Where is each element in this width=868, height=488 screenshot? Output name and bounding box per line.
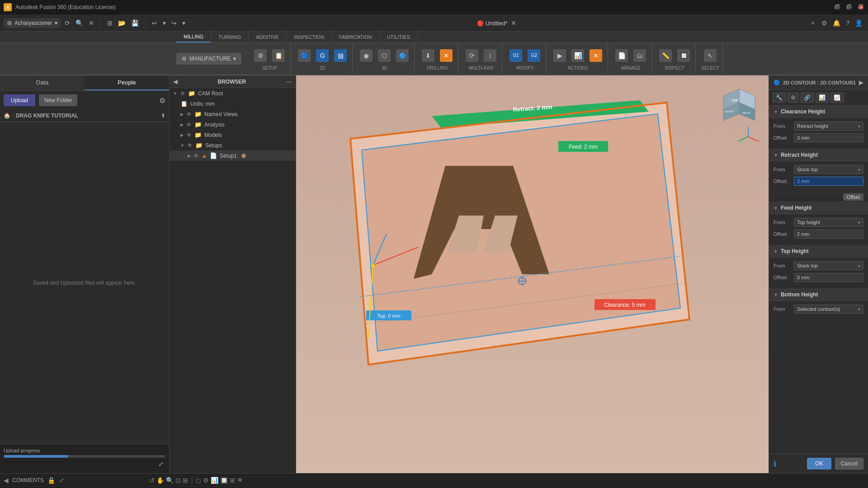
comments-expand-button[interactable]: ⤢ (59, 477, 64, 484)
tab-data[interactable]: Data (0, 75, 85, 90)
select-btn1[interactable]: ↖ (702, 47, 718, 64)
retract-from-dropdown[interactable]: Stock top ▾ (794, 165, 863, 174)
ribbon-tab-utilities[interactable]: UTILITIES (380, 32, 418, 42)
drill-btn2[interactable]: ✕ (438, 47, 454, 64)
section-bottom-height[interactable]: ▼ Bottom Height (769, 289, 868, 301)
browser-named-views[interactable]: ▶ 👁 📁 Named Views (170, 109, 296, 119)
redo-dropdown[interactable]: ▾ (180, 18, 187, 28)
actions-btn2[interactable]: 📊 (570, 47, 586, 64)
ribbon-tab-turning[interactable]: TURNING (211, 32, 249, 42)
account-button[interactable]: 👤 (853, 18, 864, 28)
close-button[interactable]: ✕ (858, 4, 864, 10)
setup2-icon-btn[interactable]: 📋 (270, 47, 287, 64)
ribbon-tab-inspection[interactable]: INSPECTION (287, 32, 332, 42)
browser-collapse-bottom-button[interactable]: ◀ (4, 477, 9, 484)
panel-tool-1[interactable]: 🔧 (773, 93, 786, 103)
browser-expand-button[interactable]: — (286, 78, 292, 85)
3d-btn3[interactable]: 🔷 (394, 47, 410, 64)
pan-button[interactable]: ✋ (156, 477, 164, 484)
home-icon[interactable]: 🏠 (4, 113, 10, 119)
3d-btn2[interactable]: ⬡ (376, 47, 392, 64)
browser-analysis[interactable]: ▶ 👁 📁 Analysis (170, 119, 296, 130)
section-clearance-height[interactable]: ▼ Clearance Height (769, 106, 868, 118)
notification-button[interactable]: 🔔 (831, 18, 842, 28)
viewcube[interactable]: TOP FRONT RIGHT X Y Z (719, 84, 760, 125)
upload-button[interactable]: Upload (4, 94, 35, 106)
section-retract-height[interactable]: ▼ Retract Height (769, 149, 868, 161)
open-button[interactable]: 📂 (116, 18, 127, 28)
ok-button[interactable]: OK (807, 458, 831, 469)
undo-dropdown[interactable]: ▾ (161, 18, 168, 28)
manage-btn1[interactable]: 📄 (613, 47, 630, 64)
actions-btn1[interactable]: ▶ (552, 47, 568, 64)
actions-btn3[interactable]: ✕ (588, 47, 604, 64)
comments-lock-icon[interactable]: 🔒 (47, 477, 55, 484)
close-doc-button[interactable]: ✕ (87, 18, 96, 28)
maximize-button[interactable]: □ (846, 4, 853, 10)
settings-button[interactable]: ⚙ (820, 18, 829, 28)
feed-from-dropdown[interactable]: Top height ▾ (794, 218, 863, 227)
retract-offset-input[interactable]: 2 mm (794, 177, 863, 186)
panel-tool-3[interactable]: 🔗 (801, 93, 814, 103)
2d-btn2[interactable]: G (314, 47, 330, 64)
add-button[interactable]: ＋ (808, 17, 818, 29)
breadcrumb-item[interactable]: DRAG KNIFE TUTORIAL (16, 113, 78, 119)
inspect-btn2[interactable]: 🔲 (675, 47, 692, 64)
close-document-button[interactable]: ✕ (509, 18, 518, 28)
progress-expand-button[interactable]: ⤢ (156, 459, 165, 469)
new-folder-button[interactable]: New Folder (39, 94, 77, 106)
panel-expand-button[interactable]: ▶ (859, 79, 863, 86)
profile-section[interactable]: ⊞ Acharyascomer ▾ (4, 18, 61, 28)
tab-people[interactable]: People (85, 75, 169, 90)
ribbon-tab-additive[interactable]: ADDITIVE (249, 32, 287, 42)
view-toggle-button[interactable]: 👁 (237, 477, 243, 484)
undo-button[interactable]: ↩ (150, 18, 159, 28)
browser-cam-root[interactable]: ▼ 👁 📁 CAM Root (170, 88, 296, 99)
display-settings-button[interactable]: ⚙ (203, 477, 209, 484)
manage-btn2[interactable]: 🗂 (632, 47, 648, 64)
clearance-from-dropdown[interactable]: Retract height ▾ (794, 122, 863, 131)
feed-offset-input[interactable]: 2 mm (794, 230, 863, 239)
settings-gear-button[interactable]: ⚙ (159, 96, 165, 105)
browser-units[interactable]: 📋 Units: mm (170, 99, 296, 109)
3d-btn1[interactable]: ◉ (358, 47, 374, 64)
minimize-button[interactable]: — (835, 4, 841, 10)
clearance-offset-input[interactable]: 3 mm (794, 133, 863, 142)
zoom-window-button[interactable]: ⊞ (183, 477, 188, 484)
viewport[interactable]: Retract: 2 mm Feed: 2 mm (296, 75, 769, 473)
browser-models[interactable]: ▶ 👁 📁 Models (170, 130, 296, 140)
display-mode-button[interactable]: ◻ (196, 477, 201, 484)
breadcrumb-share-icon[interactable]: ⬆ (161, 113, 165, 119)
search-button[interactable]: 🔍 (74, 18, 85, 28)
g1-btn[interactable]: G1 (508, 47, 524, 64)
refresh-button[interactable]: ⟳ (63, 18, 72, 28)
setup-icon-btn[interactable]: ⚙ (252, 47, 269, 64)
browser-collapse-button[interactable]: ◀ (173, 78, 178, 85)
cancel-button[interactable]: Cancel (835, 458, 863, 469)
ribbon-tab-milling[interactable]: MILLING (176, 32, 211, 42)
manufacture-dropdown[interactable]: ⚙ MANUFACTURE ▾ (176, 53, 241, 65)
grid-button[interactable]: ⊞ (105, 18, 114, 28)
2d-btn1[interactable]: 🔵 (296, 47, 312, 64)
multi-btn1[interactable]: ⟳ (464, 47, 480, 64)
save-button[interactable]: 💾 (129, 18, 141, 28)
top-offset-input[interactable]: 0 mm (794, 273, 863, 282)
browser-setup1[interactable]: ▶ 👁 ▲ 📄 Setup1 (170, 150, 296, 161)
multi-btn2[interactable]: ↕ (482, 47, 498, 64)
2d-btn3[interactable]: ▤ (332, 47, 349, 64)
browser-setups[interactable]: ▼ 👁 📁 Setups (170, 140, 296, 150)
orbit-button[interactable]: ↺ (149, 477, 155, 484)
grid-toggle-button[interactable]: ⊞ (230, 477, 235, 484)
snap-button[interactable]: 🔲 (220, 477, 228, 484)
panel-tool-5[interactable]: 📈 (830, 93, 844, 103)
panel-tool-2[interactable]: ⚙ (788, 93, 799, 103)
top-from-dropdown[interactable]: Stock top ▾ (794, 261, 863, 270)
redo-button[interactable]: ↪ (170, 18, 179, 28)
g2-btn[interactable]: G2 (526, 47, 542, 64)
analysis-button[interactable]: 📊 (211, 477, 218, 484)
ribbon-tab-fabrication[interactable]: FABRICATION (332, 32, 380, 42)
panel-tool-4[interactable]: 📊 (816, 93, 829, 103)
info-icon[interactable]: ℹ (774, 460, 776, 468)
zoom-extent-button[interactable]: ⊡ (175, 477, 181, 484)
section-top-height[interactable]: ▼ Top Height (769, 245, 868, 258)
